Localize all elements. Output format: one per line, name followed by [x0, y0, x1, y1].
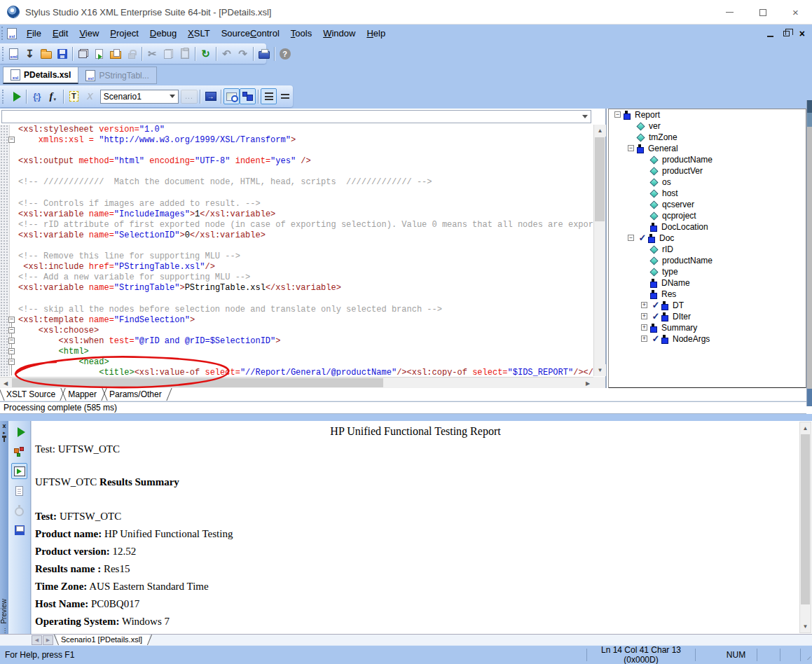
menu-file[interactable]: File — [21, 26, 47, 41]
menu-window[interactable]: Window — [317, 26, 361, 41]
save-preview-result-button[interactable] — [11, 522, 27, 538]
tree-item-type[interactable]: type — [609, 266, 806, 277]
doc-tab-pdetails-xsl[interactable]: xslPDetails.xsl — [3, 67, 78, 84]
chevron-down-icon[interactable] — [167, 90, 178, 103]
expand-icon[interactable]: + — [641, 302, 647, 308]
lock-document-button[interactable] — [123, 46, 139, 62]
minimize-button[interactable] — [713, 0, 746, 25]
tree-item-tmzone[interactable]: tmZone — [609, 132, 806, 143]
fold-marker-icon[interactable]: − — [8, 327, 15, 333]
menu-edit[interactable]: Edit — [47, 26, 74, 41]
preview-scenario-tab[interactable]: Scenario1 [PDetails.xsl] — [57, 635, 149, 645]
tab-params-other[interactable]: Params/Other — [105, 388, 169, 401]
fold-marker-icon[interactable]: − — [8, 137, 15, 143]
import-document-button[interactable]: ↧ — [22, 46, 38, 62]
editor-vertical-scrollbar[interactable]: ▲ ▼ — [593, 125, 605, 376]
tree-item-general[interactable]: −General — [609, 143, 806, 154]
expand-icon[interactable]: + — [641, 313, 647, 319]
copy-button[interactable] — [160, 46, 177, 62]
tree-item-qcserver[interactable]: qcserver — [609, 199, 806, 210]
save-document-button[interactable] — [54, 46, 70, 62]
scrollbar-thumb[interactable] — [12, 378, 383, 387]
clear-marker-button[interactable]: X — [82, 88, 98, 104]
collapse-icon[interactable]: − — [614, 111, 621, 118]
tree-item-qcproject[interactable]: qcproject — [609, 210, 806, 221]
new-file-button[interactable] — [91, 46, 107, 62]
justify-lines-button[interactable] — [261, 88, 277, 104]
mdi-restore-button[interactable] — [783, 31, 790, 36]
scroll-right-icon[interactable]: ▶ — [582, 378, 593, 389]
close-preview-icon[interactable]: x — [2, 422, 6, 429]
tree-item-dt[interactable]: +✓DT — [609, 300, 806, 311]
tree-item-rid[interactable]: rID — [609, 244, 806, 255]
tree-item-report[interactable]: −Report — [609, 109, 806, 120]
float-panel-icon[interactable]: ▸ — [3, 429, 6, 436]
fold-marker-icon[interactable]: − — [8, 317, 15, 323]
preview-result-button[interactable] — [223, 88, 240, 104]
collapse-icon[interactable]: − — [628, 145, 634, 151]
fold-marker-icon[interactable]: − — [8, 348, 15, 354]
tab-xslt-source[interactable]: XSLT Source — [2, 388, 62, 401]
tree-item-res[interactable]: Res — [609, 289, 806, 300]
tree-item-doclocation[interactable]: DocLocation — [609, 221, 806, 233]
tree-item-diter[interactable]: +✓DIter — [609, 311, 806, 322]
xslt-editor[interactable]: <xsl:stylesheet version="1.0"− xmlns:xsl… — [0, 109, 607, 388]
tree-item-host[interactable]: host — [609, 188, 806, 199]
tree-item-ver[interactable]: ver — [609, 120, 806, 132]
duplicate-window-button[interactable] — [75, 46, 91, 62]
maximize-button[interactable] — [746, 0, 779, 25]
editor-horizontal-scrollbar[interactable]: ◀ ▶ — [0, 377, 593, 388]
preview-scrollbar[interactable]: ▲ ▼ — [799, 422, 811, 633]
resize-grip[interactable] — [802, 649, 812, 661]
toolbar-drag-handle[interactable] — [2, 90, 6, 104]
text-marker-button[interactable]: T — [66, 88, 82, 104]
browse-scenario-button[interactable]: ... — [181, 90, 198, 104]
redo-button[interactable]: ↷ — [235, 46, 251, 62]
tree-item-os[interactable]: os — [609, 177, 806, 188]
scrollbar-thumb[interactable] — [595, 137, 605, 221]
fold-marker-icon[interactable]: − — [8, 338, 15, 344]
open-result-window-button[interactable]: → — [202, 88, 219, 104]
line-marks-button[interactable] — [277, 88, 293, 104]
scroll-left-icon[interactable]: ◀ — [0, 378, 11, 389]
tree-item-summary[interactable]: +Summary — [609, 322, 806, 333]
print-button[interactable] — [256, 46, 272, 62]
tree-item-dname[interactable]: DName — [609, 277, 806, 289]
scenario-select[interactable]: Scenario1 — [100, 90, 179, 104]
toolbar-drag-handle[interactable] — [2, 47, 4, 61]
mdi-minimize-button[interactable] — [767, 36, 773, 37]
tree-item-nodeargs[interactable]: +✓NodeArgs — [609, 333, 806, 345]
pane-splitter[interactable] — [0, 414, 812, 421]
tab-scroll-right-icon[interactable]: ▶ — [43, 635, 53, 645]
run-preview-button[interactable] — [11, 424, 27, 440]
scroll-up-icon[interactable]: ▲ — [594, 125, 606, 137]
mdi-close-button[interactable]: × — [799, 29, 805, 38]
tab-mapper[interactable]: Mapper — [64, 388, 104, 401]
menu-tools[interactable]: Tools — [285, 26, 317, 41]
close-button[interactable]: × — [779, 0, 812, 25]
menubar-drag-handle[interactable] — [1, 27, 5, 40]
run-transformation-button[interactable] — [8, 88, 24, 104]
tab-scroll-left-icon[interactable]: ◀ — [32, 635, 42, 645]
cut-button[interactable]: ✂ — [144, 46, 160, 62]
collapse-icon[interactable]: − — [628, 235, 634, 241]
menu-xslt[interactable]: XSLT — [182, 26, 216, 41]
editor-path-dropdown[interactable] — [1, 110, 591, 123]
profiler-button[interactable] — [11, 502, 27, 518]
expand-icon[interactable]: + — [641, 336, 647, 342]
scrollbar-thumb[interactable] — [801, 434, 810, 604]
profile-nodes-button[interactable] — [11, 443, 27, 459]
refresh-button[interactable]: ↻ — [198, 46, 214, 62]
new-xml-document-button[interactable]: xml — [6, 46, 22, 62]
function-list-button[interactable]: f▾ — [45, 88, 61, 104]
menu-debug[interactable]: Debug — [144, 26, 182, 41]
open-document-button[interactable] — [38, 46, 54, 62]
show-mapper-button[interactable] — [240, 88, 256, 104]
paste-button[interactable] — [177, 46, 193, 62]
menu-sourcecontrol[interactable]: SourceControl — [216, 26, 285, 41]
collapsed-panel-strip[interactable] — [806, 100, 812, 406]
scroll-down-icon[interactable]: ▼ — [800, 621, 811, 632]
expand-icon[interactable]: + — [641, 324, 647, 331]
tree-item-productver[interactable]: productVer — [609, 165, 806, 177]
doc-tab-pstringtabl-[interactable]: xslPStringTabl... — [78, 67, 156, 84]
